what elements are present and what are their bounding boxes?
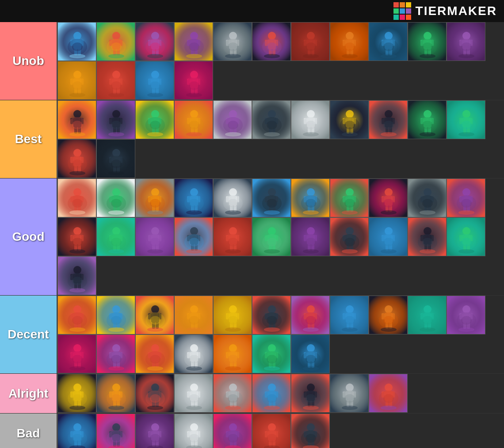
tier-image-decent-10 xyxy=(447,296,485,334)
tier-label-alright: Alright xyxy=(0,374,57,413)
tier-image-decent-17 xyxy=(291,334,330,373)
logo-cell-4 xyxy=(400,8,405,14)
svg-point-189 xyxy=(151,110,159,118)
svg-point-241 xyxy=(303,132,319,137)
tier-image-unob-6 xyxy=(291,22,330,61)
svg-point-603 xyxy=(189,316,199,325)
svg-point-277 xyxy=(462,110,470,118)
svg-point-428 xyxy=(458,210,474,215)
tier-image-unob-14 xyxy=(174,61,213,100)
svg-point-735 xyxy=(228,355,238,364)
svg-point-926 xyxy=(307,423,315,431)
tier-image-unob-4 xyxy=(213,22,252,61)
svg-point-112 xyxy=(462,32,470,40)
svg-point-284 xyxy=(461,121,472,129)
svg-point-482 xyxy=(228,238,238,247)
svg-point-372 xyxy=(267,199,277,208)
svg-point-816 xyxy=(268,383,276,391)
svg-point-98 xyxy=(381,54,397,58)
svg-point-208 xyxy=(186,132,202,137)
tier-image-good-12 xyxy=(96,217,135,256)
svg-point-728 xyxy=(229,344,237,352)
tier-image-good-22 xyxy=(57,256,96,295)
svg-point-637 xyxy=(303,327,319,332)
svg-point-196 xyxy=(150,121,160,129)
tier-row-good: Good xyxy=(0,178,504,296)
svg-point-263 xyxy=(381,132,397,137)
svg-point-915 xyxy=(268,423,276,431)
svg-point-483 xyxy=(225,249,241,254)
svg-point-186 xyxy=(108,132,124,137)
svg-point-31 xyxy=(150,42,160,51)
svg-point-516 xyxy=(342,249,358,254)
svg-point-120 xyxy=(458,54,474,58)
tier-image-decent-2 xyxy=(135,296,174,334)
svg-point-801 xyxy=(189,394,199,403)
svg-point-724 xyxy=(189,355,199,364)
svg-point-592 xyxy=(150,316,160,325)
svg-point-384 xyxy=(303,210,319,215)
tier-image-best-12 xyxy=(96,139,135,178)
svg-point-230 xyxy=(264,132,280,137)
svg-point-328 xyxy=(111,199,122,208)
svg-point-185 xyxy=(111,121,122,129)
logo-cell-6 xyxy=(393,15,399,20)
tier-label-bad: Bad xyxy=(0,414,57,448)
svg-point-288 xyxy=(73,149,81,157)
svg-point-618 xyxy=(268,305,276,313)
tier-image-good-3 xyxy=(174,178,213,217)
tier-image-unob-3 xyxy=(174,22,213,61)
svg-point-563 xyxy=(73,305,81,313)
tier-content-decent xyxy=(57,296,504,373)
svg-point-119 xyxy=(461,42,472,51)
svg-point-695 xyxy=(112,344,120,352)
svg-point-681 xyxy=(458,327,474,332)
svg-point-794 xyxy=(190,383,198,391)
tier-image-best-5 xyxy=(252,100,291,139)
tier-image-unob-9 xyxy=(408,22,447,61)
tier-image-decent-12 xyxy=(96,334,135,373)
svg-point-450 xyxy=(108,249,124,254)
tier-image-decent-14 xyxy=(174,334,213,373)
svg-point-805 xyxy=(229,383,237,391)
svg-point-2 xyxy=(73,32,81,40)
svg-point-340 xyxy=(147,210,163,215)
svg-point-560 xyxy=(69,288,85,292)
tier-image-unob-8 xyxy=(369,22,408,61)
svg-point-365 xyxy=(268,188,276,196)
svg-point-508 xyxy=(346,227,354,235)
tier-image-good-1 xyxy=(96,178,135,217)
tier-image-best-4 xyxy=(213,100,252,139)
svg-point-471 xyxy=(189,238,199,247)
tier-image-decent-16 xyxy=(252,334,291,373)
svg-point-538 xyxy=(420,249,435,254)
svg-point-240 xyxy=(305,121,316,129)
svg-point-167 xyxy=(73,110,81,118)
svg-point-849 xyxy=(385,383,393,391)
svg-point-431 xyxy=(73,227,81,235)
svg-point-659 xyxy=(381,327,397,332)
svg-point-761 xyxy=(73,383,81,391)
svg-point-780 xyxy=(108,406,124,410)
svg-point-318 xyxy=(69,210,85,215)
svg-point-141 xyxy=(111,81,122,90)
svg-point-153 xyxy=(147,93,163,97)
svg-point-306 xyxy=(111,159,122,168)
tier-label-unob: Unob xyxy=(0,22,57,100)
svg-point-86 xyxy=(344,42,355,51)
tier-image-decent-3 xyxy=(174,296,213,334)
svg-point-211 xyxy=(229,110,237,118)
tier-image-good-8 xyxy=(369,178,408,217)
svg-point-317 xyxy=(72,199,83,208)
svg-point-130 xyxy=(72,81,83,90)
svg-point-97 xyxy=(383,42,394,51)
svg-point-57 xyxy=(268,32,276,40)
svg-point-882 xyxy=(151,423,159,431)
svg-point-497 xyxy=(307,227,315,235)
svg-point-670 xyxy=(420,327,435,332)
svg-point-684 xyxy=(73,344,81,352)
tier-image-decent-6 xyxy=(291,296,330,334)
tier-image-best-0 xyxy=(57,100,96,139)
svg-point-813 xyxy=(225,406,241,410)
logo-cell-2 xyxy=(406,2,411,8)
